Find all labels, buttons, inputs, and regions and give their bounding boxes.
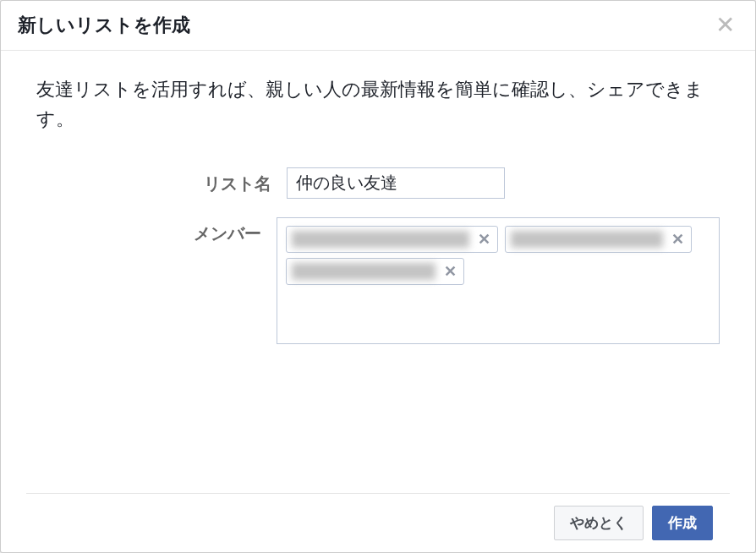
remove-member-icon[interactable]: ✕ — [474, 230, 494, 249]
remove-member-icon[interactable]: ✕ — [441, 262, 460, 281]
list-name-row: リスト名 — [36, 167, 720, 199]
create-list-dialog: 新しいリストを作成 ✕ 友達リストを活用すれば、親しい人の最新情報を簡単に確認し… — [0, 0, 756, 553]
close-icon[interactable]: ✕ — [712, 14, 738, 37]
dialog-footer: やめとく 作成 — [26, 493, 730, 552]
list-name-label: リスト名 — [36, 167, 287, 195]
members-row: メンバー ✕ ✕ ✕ — [36, 217, 720, 344]
dialog-body: 友達リストを活用すれば、親しい人の最新情報を簡単に確認し、シェアできます。 リス… — [1, 51, 755, 493]
member-chip: ✕ — [286, 226, 498, 253]
member-chip-name — [511, 231, 663, 248]
create-button[interactable]: 作成 — [652, 506, 713, 540]
dialog-title: 新しいリストを作成 — [18, 13, 190, 38]
dialog-header: 新しいリストを作成 ✕ — [1, 1, 755, 51]
remove-member-icon[interactable]: ✕ — [668, 230, 688, 249]
members-label: メンバー — [36, 217, 277, 245]
list-name-input[interactable] — [287, 167, 505, 199]
member-chip-name — [292, 263, 436, 280]
dialog-description: 友達リストを活用すれば、親しい人の最新情報を簡単に確認し、シェアできます。 — [36, 74, 720, 134]
cancel-button[interactable]: やめとく — [554, 506, 644, 540]
member-chip: ✕ — [286, 258, 464, 285]
member-chip-name — [292, 231, 469, 248]
member-chip: ✕ — [505, 226, 692, 253]
members-input-box[interactable]: ✕ ✕ ✕ — [277, 217, 720, 344]
